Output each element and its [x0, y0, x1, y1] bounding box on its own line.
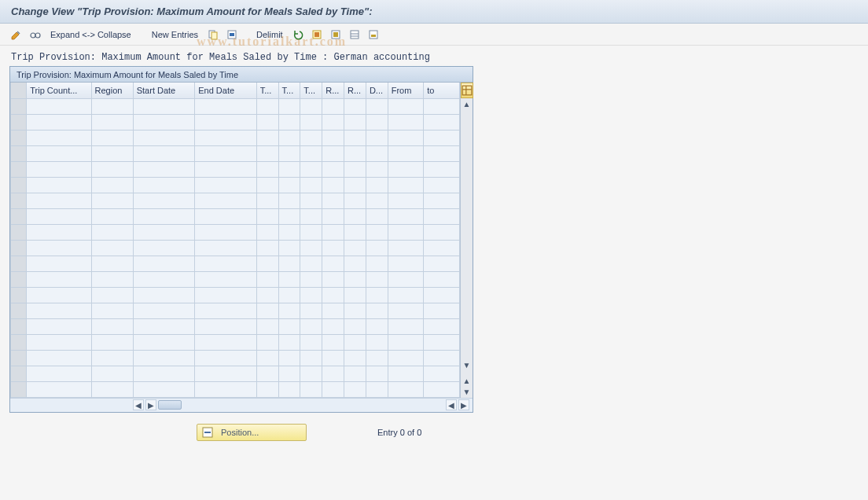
table-cell[interactable]: [388, 303, 424, 318]
table-cell[interactable]: [133, 334, 194, 350]
table-cell[interactable]: [91, 256, 133, 271]
table-cell[interactable]: [424, 114, 460, 130]
table-cell[interactable]: [256, 193, 278, 208]
table-cell[interactable]: [195, 271, 256, 287]
table-cell[interactable]: [366, 256, 388, 271]
table-row[interactable]: [11, 208, 460, 224]
col-r1[interactable]: R...: [322, 83, 344, 98]
row-selector[interactable]: [11, 350, 27, 366]
table-cell[interactable]: [256, 177, 278, 193]
table-cell[interactable]: [133, 303, 194, 318]
table-cell[interactable]: [300, 130, 322, 145]
table-cell[interactable]: [133, 366, 194, 381]
table-cell[interactable]: [322, 240, 344, 256]
table-cell[interactable]: [133, 256, 194, 271]
table-cell[interactable]: [27, 350, 91, 366]
table-cell[interactable]: [27, 98, 91, 114]
table-cell[interactable]: [195, 303, 256, 318]
table-cell[interactable]: [300, 193, 322, 208]
table-cell[interactable]: [344, 334, 366, 350]
col-d[interactable]: D...: [366, 83, 388, 98]
scroll-left-icon[interactable]: ◀: [133, 399, 144, 410]
table-cell[interactable]: [91, 161, 133, 177]
table-cell[interactable]: [256, 208, 278, 224]
table-cell[interactable]: [300, 381, 322, 397]
row-selector[interactable]: [11, 114, 27, 130]
table-cell[interactable]: [133, 350, 194, 366]
row-selector[interactable]: [11, 224, 27, 240]
deselect-all-icon[interactable]: [329, 28, 343, 42]
table-cell[interactable]: [300, 224, 322, 240]
row-selector[interactable]: [11, 161, 27, 177]
row-selector[interactable]: [11, 271, 27, 287]
table-cell[interactable]: [91, 366, 133, 381]
table-cell[interactable]: [27, 240, 91, 256]
table-cell[interactable]: [91, 381, 133, 397]
table-cell[interactable]: [195, 130, 256, 145]
table-cell[interactable]: [344, 114, 366, 130]
table-config-icon[interactable]: [461, 83, 473, 98]
print-icon[interactable]: [366, 28, 381, 42]
row-selector[interactable]: [11, 334, 27, 350]
table-settings-icon[interactable]: [348, 28, 362, 42]
table-cell[interactable]: [27, 161, 91, 177]
table-cell[interactable]: [424, 287, 460, 303]
table-cell[interactable]: [27, 381, 91, 397]
table-cell[interactable]: [366, 240, 388, 256]
table-cell[interactable]: [366, 318, 388, 334]
table-cell[interactable]: [27, 224, 91, 240]
table-cell[interactable]: [388, 224, 424, 240]
table-cell[interactable]: [278, 287, 300, 303]
table-cell[interactable]: [322, 161, 344, 177]
table-cell[interactable]: [133, 145, 194, 161]
table-cell[interactable]: [424, 145, 460, 161]
table-row[interactable]: [11, 381, 460, 397]
table-cell[interactable]: [300, 177, 322, 193]
expand-collapse-button[interactable]: Expand <-> Collapse: [47, 30, 134, 39]
table-cell[interactable]: [256, 334, 278, 350]
table-cell[interactable]: [322, 177, 344, 193]
table-cell[interactable]: [344, 287, 366, 303]
row-selector[interactable]: [11, 130, 27, 145]
scroll-down-top-icon[interactable]: ▼: [462, 360, 473, 371]
table-cell[interactable]: [133, 224, 194, 240]
table-cell[interactable]: [344, 130, 366, 145]
table-cell[interactable]: [388, 161, 424, 177]
table-cell[interactable]: [91, 271, 133, 287]
table-cell[interactable]: [278, 318, 300, 334]
row-selector[interactable]: [11, 98, 27, 114]
table-row[interactable]: [11, 350, 460, 366]
table-cell[interactable]: [91, 114, 133, 130]
table-cell[interactable]: [388, 145, 424, 161]
table-cell[interactable]: [91, 145, 133, 161]
table-cell[interactable]: [133, 318, 194, 334]
table-cell[interactable]: [91, 287, 133, 303]
table-cell[interactable]: [300, 208, 322, 224]
col-r2[interactable]: R...: [344, 83, 366, 98]
table-cell[interactable]: [388, 240, 424, 256]
table-cell[interactable]: [91, 240, 133, 256]
table-row[interactable]: [11, 256, 460, 271]
table-row[interactable]: [11, 177, 460, 193]
table-cell[interactable]: [322, 350, 344, 366]
table-cell[interactable]: [278, 381, 300, 397]
table-cell[interactable]: [424, 350, 460, 366]
table-cell[interactable]: [366, 334, 388, 350]
table-cell[interactable]: [388, 256, 424, 271]
table-cell[interactable]: [322, 318, 344, 334]
table-cell[interactable]: [256, 256, 278, 271]
table-cell[interactable]: [322, 256, 344, 271]
col-t2[interactable]: T...: [278, 83, 300, 98]
table-cell[interactable]: [388, 98, 424, 114]
table-cell[interactable]: [344, 303, 366, 318]
table-cell[interactable]: [322, 98, 344, 114]
table-cell[interactable]: [195, 366, 256, 381]
row-selector[interactable]: [11, 193, 27, 208]
table-cell[interactable]: [278, 256, 300, 271]
row-selector-header[interactable]: [11, 83, 27, 98]
table-cell[interactable]: [300, 318, 322, 334]
table-cell[interactable]: [366, 208, 388, 224]
table-cell[interactable]: [388, 177, 424, 193]
table-cell[interactable]: [322, 271, 344, 287]
table-cell[interactable]: [27, 303, 91, 318]
